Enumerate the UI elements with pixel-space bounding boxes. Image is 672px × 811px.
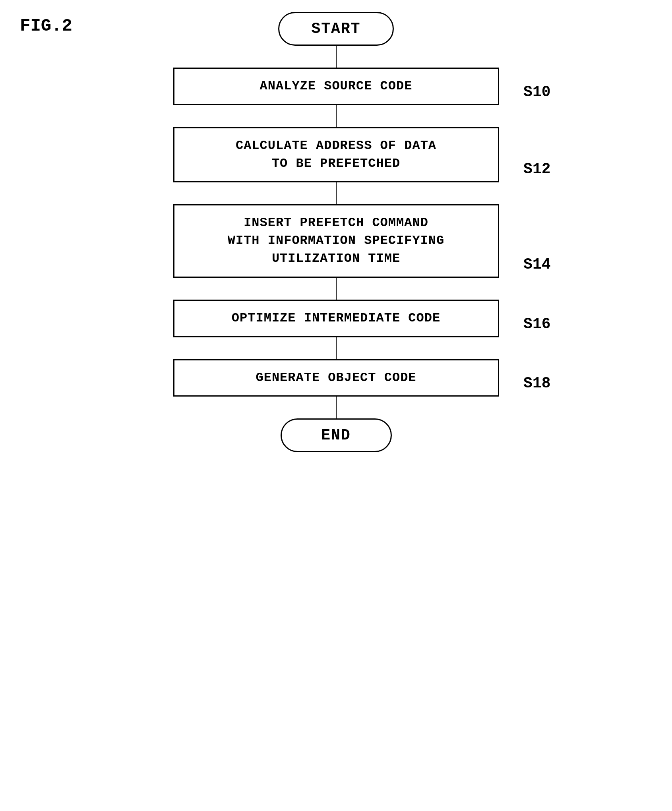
step-s10-wrapper: ANALYZE SOURCE CODE S10 bbox=[173, 68, 499, 105]
start-oval: START bbox=[278, 12, 393, 46]
step-s16-wrapper: OPTIMIZE INTERMEDIATE CODE S16 bbox=[173, 300, 499, 337]
step-s16-label: S16 bbox=[523, 315, 550, 333]
connector-6 bbox=[336, 397, 337, 418]
connector-1 bbox=[336, 46, 337, 68]
end-node: END bbox=[281, 418, 392, 452]
start-node: START bbox=[278, 12, 393, 46]
flowchart: START ANALYZE SOURCE CODE S10 CALCULATE … bbox=[0, 12, 672, 452]
figure-title: FIG.2 bbox=[20, 16, 72, 36]
step-s16-box: OPTIMIZE INTERMEDIATE CODE bbox=[173, 300, 499, 337]
connector-3 bbox=[336, 182, 337, 204]
connector-5 bbox=[336, 337, 337, 359]
step-s18-box: GENERATE OBJECT CODE bbox=[173, 359, 499, 397]
step-s10-box: ANALYZE SOURCE CODE bbox=[173, 68, 499, 105]
step-s18-label: S18 bbox=[523, 375, 550, 392]
step-s14-wrapper: INSERT PREFETCH COMMAND WITH INFORMATION… bbox=[173, 204, 499, 277]
step-s18: GENERATE OBJECT CODE S18 bbox=[173, 359, 499, 397]
step-s18-wrapper: GENERATE OBJECT CODE S18 bbox=[173, 359, 499, 397]
step-s10: ANALYZE SOURCE CODE S10 bbox=[173, 68, 499, 105]
step-s14: INSERT PREFETCH COMMAND WITH INFORMATION… bbox=[173, 204, 499, 277]
end-oval: END bbox=[281, 418, 392, 452]
step-s12-box: CALCULATE ADDRESS OF DATA TO BE PREFETCH… bbox=[173, 127, 499, 183]
step-s10-label: S10 bbox=[523, 83, 550, 101]
step-s12-label: S12 bbox=[523, 161, 550, 178]
step-s12-wrapper: CALCULATE ADDRESS OF DATA TO BE PREFETCH… bbox=[173, 127, 499, 183]
step-s14-box: INSERT PREFETCH COMMAND WITH INFORMATION… bbox=[173, 204, 499, 277]
connector-2 bbox=[336, 105, 337, 127]
step-s16: OPTIMIZE INTERMEDIATE CODE S16 bbox=[173, 300, 499, 337]
step-s12: CALCULATE ADDRESS OF DATA TO BE PREFETCH… bbox=[173, 127, 499, 183]
connector-4 bbox=[336, 278, 337, 300]
step-s14-label: S14 bbox=[523, 256, 550, 273]
